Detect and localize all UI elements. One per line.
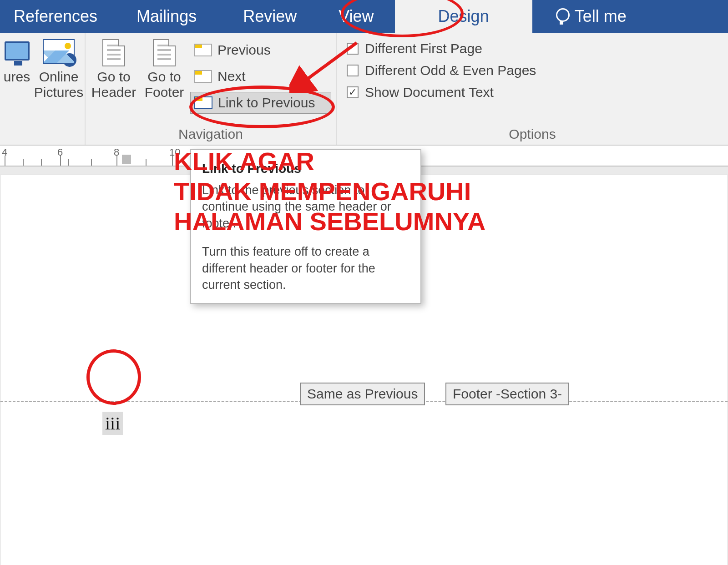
link-to-previous-label: Link to Previous (218, 95, 315, 111)
online-pictures-label: Online Pictures (34, 69, 83, 100)
pictures-button[interactable]: ures (1, 36, 32, 143)
checkbox-checked-icon: ✓ (347, 86, 359, 98)
different-odd-even-checkbox[interactable]: Different Odd & Even Pages (347, 63, 720, 78)
checkbox-icon (347, 65, 359, 76)
different-first-page-checkbox[interactable]: Different First Page (347, 41, 720, 56)
checkbox-icon (347, 43, 359, 55)
options-group-label: Options (509, 126, 556, 143)
indent-marker[interactable] (122, 155, 131, 164)
tab-view[interactable]: View (318, 0, 394, 33)
next-button[interactable]: Next (190, 66, 331, 87)
goto-header-button[interactable]: Go to Header (89, 36, 138, 126)
different-first-page-label: Different First Page (365, 41, 482, 56)
tooltip-description-2: Turn this feature off to create a differ… (202, 243, 410, 293)
goto-header-label: Go to Header (91, 69, 136, 100)
show-document-text-label: Show Document Text (365, 85, 494, 100)
tab-references[interactable]: References (0, 0, 111, 33)
annotation-text: KLIK AGAR TIDAK MEMPENGARUHI HALAMAN SEB… (174, 146, 486, 237)
pictures-icon (5, 41, 30, 61)
tab-review[interactable]: Review (222, 0, 318, 33)
ribbon: ures Online Pictures Go to Header Go to … (0, 33, 728, 146)
previous-button[interactable]: Previous (190, 39, 331, 61)
lightbulb-icon (555, 8, 568, 25)
footer-icon (153, 39, 176, 66)
header-icon (102, 39, 125, 66)
show-document-text-checkbox[interactable]: ✓ Show Document Text (347, 85, 720, 100)
link-to-previous-button[interactable]: Link to Previous (190, 92, 331, 114)
online-pictures-icon (43, 39, 75, 64)
pictures-label: ures (4, 69, 30, 85)
goto-footer-label: Go to Footer (145, 69, 184, 100)
ribbon-group-navigation: Go to Header Go to Footer Previous Next … (86, 33, 337, 145)
online-pictures-button[interactable]: Online Pictures (34, 36, 83, 143)
next-label: Next (217, 69, 246, 84)
previous-label: Previous (217, 42, 271, 58)
tab-design[interactable]: Design (395, 0, 532, 33)
ribbon-group-insert: ures Online Pictures (0, 33, 86, 145)
ribbon-group-options: Different First Page Different Odd & Eve… (337, 33, 728, 145)
link-to-previous-icon (194, 96, 212, 109)
previous-icon (194, 44, 212, 56)
page-number-field[interactable]: iii (102, 412, 123, 435)
goto-footer-button[interactable]: Go to Footer (140, 36, 188, 126)
same-as-previous-tag: Same as Previous (300, 383, 425, 405)
footer-section-tag: Footer -Section 3- (445, 383, 569, 405)
different-odd-even-label: Different Odd & Even Pages (365, 63, 536, 78)
tell-me-search[interactable]: Tell me (532, 0, 728, 33)
navigation-group-label: Navigation (178, 126, 243, 143)
next-icon (194, 70, 212, 83)
ribbon-tabbar: References Mailings Review View Design T… (0, 0, 728, 33)
tab-mailings[interactable]: Mailings (111, 0, 222, 33)
